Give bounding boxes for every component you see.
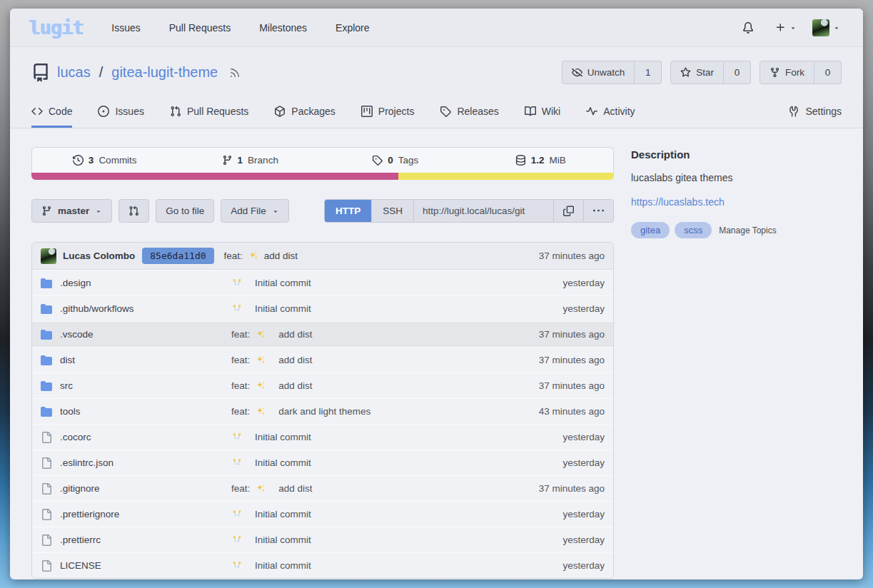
message-text[interactable]: Initial commit [255,303,311,314]
star-count-button[interactable]: 0 [724,61,751,84]
tab-code[interactable]: Code [31,95,72,128]
commit-author-avatar[interactable] [41,248,56,264]
stat-branch[interactable]: 1Branch [178,148,323,173]
file-name[interactable]: .vscode [60,329,231,340]
clone-url-field[interactable]: http://lugit.local/lucas/git [413,200,553,222]
user-menu[interactable] [808,16,844,39]
commit-message[interactable]: feat:add dist [231,483,539,494]
stat-commits[interactable]: 3Commits [32,148,178,173]
file-row[interactable]: .designInitial commityesterday [32,270,613,295]
commit-message[interactable]: feat: add dist [224,250,298,261]
tab-packages[interactable]: Packages [274,95,335,128]
file-row[interactable]: LICENSEInitial commityesterday [32,552,613,578]
tab-projects[interactable]: Projects [361,95,415,128]
clone-ssh-button[interactable]: SSH [371,200,413,222]
message-text[interactable]: add dist [278,380,312,391]
message-text[interactable]: add dist [278,483,312,494]
language-segment[interactable] [398,173,614,180]
commit-message[interactable]: Initial commit [231,534,562,545]
repo-name-link[interactable]: gitea-lugit-theme [111,64,218,81]
message-text[interactable]: Initial commit [255,509,311,519]
message-text[interactable]: Initial commit [255,278,311,288]
go-to-file-button[interactable]: Go to file [156,199,214,223]
commit-message[interactable]: Initial commit [231,303,562,314]
create-new-menu[interactable] [771,19,801,36]
stat-tags[interactable]: 0Tags [323,148,468,173]
message-text[interactable]: Initial commit [255,534,311,545]
file-row[interactable]: srcfeat:add dist37 minutes ago [32,372,613,398]
bell-icon[interactable] [742,22,754,34]
tab-issues[interactable]: Issues [98,95,143,128]
commit-message[interactable]: feat:add dist [231,329,539,340]
add-file-button[interactable]: Add File [221,199,289,223]
commit-message[interactable]: Initial commit [231,432,562,442]
tab-settings[interactable]: Settings [788,95,842,128]
toast-emoji-icon [232,510,242,519]
fork-count-button[interactable]: 0 [814,61,842,84]
file-name[interactable]: dist [60,355,231,365]
website-link[interactable]: https://lucaslabs.tech [631,196,725,208]
file-row[interactable]: distfeat:add dist37 minutes ago [32,347,613,372]
manage-topics-link[interactable]: Manage Topics [719,225,777,235]
file-name[interactable]: .eslintrc.json [60,457,231,468]
commit-message[interactable]: Initial commit [231,509,562,519]
unwatch-count-button[interactable]: 1 [635,61,662,84]
commit-author[interactable]: Lucas Colombo [63,250,135,261]
file-row[interactable]: .github/workflowsInitial commityesterday [32,295,613,321]
file-name[interactable]: .prettierrc [60,534,231,545]
commit-hash-badge[interactable]: 85e6da11d0 [142,248,213,264]
action-label: Unwatch [587,67,625,78]
message-text[interactable]: add dist [278,355,312,365]
file-row[interactable]: toolsfeat:dark and light themes43 minute… [32,398,613,424]
clone-http-button[interactable]: HTTP [325,200,371,222]
nav-item-issues[interactable]: Issues [111,22,140,34]
file-row[interactable]: .eslintrc.jsonInitial commityesterday [32,450,613,475]
nav-item-milestones[interactable]: Milestones [259,22,307,34]
repo-owner-link[interactable]: lucas [57,64,91,81]
branch-selector[interactable]: master [31,199,112,223]
file-name[interactable]: .design [60,278,231,288]
file-row[interactable]: .cocorcInitial commityesterday [32,424,613,450]
file-name[interactable]: .github/workflows [60,303,231,314]
fork-button[interactable]: Fork [760,61,814,84]
topic-gitea[interactable]: gitea [631,222,670,238]
commit-message[interactable]: Initial commit [231,560,562,571]
file-name[interactable]: .prettierignore [60,509,231,519]
commit-message[interactable]: Initial commit [231,457,562,468]
lugit-logo[interactable]: lugit [29,16,83,39]
star-button[interactable]: Star [670,61,724,84]
stat-mib[interactable]: 1.2MiB [468,148,614,173]
file-row[interactable]: .prettierignoreInitial commityesterday [32,501,613,527]
unwatch-button[interactable]: Unwatch [562,61,635,84]
message-text[interactable]: add dist [278,329,312,340]
file-name[interactable]: .cocorc [60,432,231,442]
tab-releases[interactable]: Releases [440,95,498,128]
tab-pull-requests[interactable]: Pull Requests [170,95,248,128]
file-row[interactable]: .vscodefeat:add dist37 minutes ago [32,321,613,347]
file-name[interactable]: LICENSE [60,560,231,571]
message-text[interactable]: dark and light themes [278,406,370,417]
message-text[interactable]: Initial commit [255,432,311,442]
nav-item-pull-requests[interactable]: Pull Requests [169,22,231,34]
tab-activity[interactable]: Activity [586,95,635,128]
file-icon [41,560,52,572]
copy-url-button[interactable] [553,200,583,222]
rss-icon[interactable] [229,67,241,78]
commit-message[interactable]: Initial commit [231,278,562,288]
commit-message[interactable]: feat:dark and light themes [231,406,539,417]
file-name[interactable]: .gitignore [60,483,231,494]
file-row[interactable]: .gitignorefeat:add dist37 minutes ago [32,475,613,501]
more-options-button[interactable] [583,200,613,222]
file-name[interactable]: src [60,380,231,391]
message-text[interactable]: Initial commit [255,560,311,571]
message-text[interactable]: Initial commit [255,457,311,468]
tab-wiki[interactable]: Wiki [525,95,560,128]
commit-message[interactable]: feat:add dist [231,355,539,365]
compare-button[interactable] [118,199,149,223]
topic-scss[interactable]: scss [675,222,712,238]
commit-message[interactable]: feat:add dist [231,380,539,391]
language-segment[interactable] [31,173,398,180]
file-row[interactable]: .prettierrcInitial commityesterday [32,527,613,552]
nav-item-explore[interactable]: Explore [335,22,369,34]
file-name[interactable]: tools [60,406,231,417]
